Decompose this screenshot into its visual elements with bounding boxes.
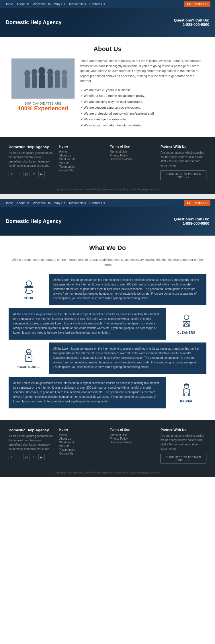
footer2-terms-link-1[interactable]: Terms of Use <box>110 433 155 437</box>
footer2-link-contact[interactable]: Contact Us <box>59 452 104 455</box>
nav-testimonials-2[interactable]: Testimonials <box>69 201 86 205</box>
footer1-links-title: Home <box>59 145 104 148</box>
footer1-brand-col: Domestic Help Agency All the Lorem Ipsum… <box>9 145 54 180</box>
social-google-2[interactable]: g+ <box>24 454 30 460</box>
about-image <box>11 58 75 99</box>
svg-point-16 <box>25 290 32 294</box>
footer1-link-testimonials[interactable]: Testimonials <box>59 165 104 169</box>
service-card-cleaners: CLEANERS All the Lorem Ipsum generators … <box>9 308 206 340</box>
footer1-blacklist-link[interactable]: Blacklisted Maids <box>110 157 155 161</box>
cook-label: COOK <box>24 297 34 300</box>
navbar-2: Home About Us What We Do Why Us Testimon… <box>0 199 215 207</box>
footer1-terms-link-1[interactable]: Terms of Use <box>110 150 155 154</box>
social-linkedin-1[interactable]: in <box>31 171 37 177</box>
nav-testimonials-1[interactable]: Testimonials <box>69 2 86 6</box>
footer2-link-about[interactable]: About Us <box>59 437 104 441</box>
footer2-partner-desc: Are you an agency which supplies maids /… <box>161 434 206 451</box>
cook-desc: All the Lorem Ipsum generators on the In… <box>49 274 206 305</box>
footer1-privacy-link[interactable]: Privacy Policy <box>110 154 155 157</box>
footer1-partner-button[interactable]: CLICK HERE TO PARTNER WITH US <box>161 171 206 180</box>
footer2-link-what[interactable]: What We Do <box>59 441 104 444</box>
about-list-item-1: We are over 20 years in business. <box>80 87 204 93</box>
footer2-social-icons: f t g+ in ▶ <box>9 454 54 460</box>
get-in-touch-button-1[interactable]: GET IN TOUCH <box>184 1 210 7</box>
footer2-link-testimonials[interactable]: Testimonials <box>59 448 104 452</box>
social-google-1[interactable]: g+ <box>24 171 30 177</box>
nav-about-1[interactable]: About Us <box>16 2 29 6</box>
social-facebook-1[interactable]: f <box>9 171 15 177</box>
footer1-link-contact[interactable]: Contact Us <box>59 169 104 172</box>
footer1-partner-col: Partner With Us Are you an agency which … <box>161 145 206 180</box>
social-youtube-1[interactable]: ▶ <box>38 171 45 177</box>
footer2-link-why[interactable]: Why Us <box>59 444 104 448</box>
footer2-links-list: Home About Us What We Do Why Us Testimon… <box>59 433 104 455</box>
footer1-link-why[interactable]: Why Us <box>59 161 104 165</box>
hero-1: Domestic Help Agency Questions? Call Us:… <box>0 8 215 37</box>
nav-about-2[interactable]: About Us <box>16 201 29 205</box>
hero-2: Domestic Help Agency Questions? Call Us:… <box>0 207 215 236</box>
svg-rect-14 <box>25 286 33 288</box>
what-section: What We Do All the Lorem Ipsum generator… <box>0 236 215 420</box>
footer1-link-about[interactable]: About Us <box>59 154 104 157</box>
footer1-links-list: Home About Us What We Do Why Us Testimon… <box>59 150 104 172</box>
candidates-label: OUR CANDIDATES ARE <box>11 102 75 105</box>
nurse-icon-box: HOME NURSE <box>9 342 49 374</box>
hero-phone-number-1: 1-888-000-0800 <box>183 22 209 27</box>
candidates-value: 100% Experienced <box>11 105 75 112</box>
social-linkedin-2[interactable]: in <box>31 454 37 460</box>
nav-what-1[interactable]: What We Do <box>33 2 51 6</box>
social-facebook-2[interactable]: f <box>9 454 15 460</box>
social-twitter-1[interactable]: t <box>16 171 22 177</box>
get-in-touch-button-2[interactable]: GET IN TOUCH <box>184 200 210 206</box>
svg-point-19 <box>184 315 189 320</box>
footer2-blacklist-link[interactable]: Blacklisted Maids <box>110 441 155 444</box>
about-title: About Us <box>11 45 204 53</box>
driver-icon <box>179 382 194 398</box>
what-subtitle: All the Lorem Ipsum generators on the In… <box>9 257 206 267</box>
svg-point-7 <box>47 69 53 76</box>
driver-icon-box: DRIVER <box>166 377 206 408</box>
footer2-copyright: Copyright © domainname.com. All Rights R… <box>9 468 206 474</box>
social-youtube-2[interactable]: ▶ <box>38 454 45 460</box>
nav-links-2: Home About Us What We Do Why Us Testimon… <box>5 201 105 205</box>
hero-phone-label-1: Questions? Call Us: <box>174 18 209 22</box>
navbar-1: Home About Us What We Do Why Us Testimon… <box>0 0 215 8</box>
nav-what-2[interactable]: What We Do <box>33 201 51 205</box>
footer2-terms-list: Terms of Use Privacy Policy Blacklisted … <box>110 433 155 444</box>
cleaners-icon-box: CLEANERS <box>166 308 206 340</box>
svg-line-20 <box>184 322 185 326</box>
nav-links-1: Home About Us What We Do Why Us Testimon… <box>5 2 105 6</box>
footer1-brand-title: Domestic Help Agency <box>9 145 54 149</box>
footer2-privacy-link[interactable]: Privacy Policy <box>110 437 155 441</box>
footer2-partner-button[interactable]: CLICK HERE TO PARTNER WITH US <box>161 454 206 463</box>
svg-point-1 <box>24 70 30 77</box>
nav-why-2[interactable]: Why Us <box>54 201 65 205</box>
footer1-link-what[interactable]: What We Do <box>59 157 104 161</box>
nav-contact-1[interactable]: Contact Us <box>89 2 105 6</box>
svg-point-5 <box>38 67 45 75</box>
nav-home-2[interactable]: Home <box>5 201 13 205</box>
nav-why-1[interactable]: Why Us <box>54 2 65 6</box>
driver-desc: All the Lorem Ipsum generators on the In… <box>9 377 166 408</box>
svg-point-3 <box>32 69 37 76</box>
hero-title-2: Domestic Help Agency <box>6 218 61 224</box>
svg-line-21 <box>188 322 189 326</box>
driver-label: DRIVER <box>180 400 193 403</box>
footer1-link-home[interactable]: Home <box>59 150 104 154</box>
page-separator <box>0 194 215 199</box>
nurse-desc: All the Lorem Ipsum generators on the In… <box>49 342 206 374</box>
footer2-brand-col: Domestic Help Agency All the Lorem Ipsum… <box>9 428 54 463</box>
footer2-link-home[interactable]: Home <box>59 433 104 437</box>
svg-point-22 <box>185 323 187 325</box>
about-list-item-6: We care and go the extra mile. <box>80 116 204 122</box>
svg-point-9 <box>54 70 60 77</box>
cleaners-label: CLEANERS <box>177 331 195 334</box>
svg-rect-15 <box>24 288 34 289</box>
service-card-cook: COOK All the Lorem Ipsum generators on t… <box>9 274 206 305</box>
cook-icon <box>21 279 37 295</box>
nav-home-1[interactable]: Home <box>5 2 13 6</box>
footer-1: Domestic Help Agency All the Lorem Ipsum… <box>0 137 215 194</box>
nav-contact-2[interactable]: Contact Us <box>89 201 105 205</box>
footer1-social-icons: f t g+ in ▶ <box>9 171 54 177</box>
social-twitter-2[interactable]: t <box>16 454 22 460</box>
